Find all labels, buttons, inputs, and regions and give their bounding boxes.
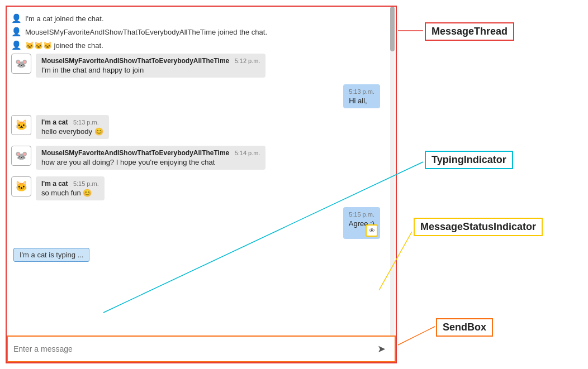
- messages-area[interactable]: 👤 I'm a cat joined the chat. 👤 MouseISMy…: [7, 7, 396, 336]
- chat-message-4: 🐭 MouseISMyFavoriteAndIShowThatToEverybo…: [11, 146, 391, 170]
- meta-1: MouseISMyFavoriteAndIShowThatToEverybody…: [41, 57, 260, 65]
- meta-3: I'm a cat 5:13 p.m.: [41, 118, 103, 126]
- time-4: 5:14 p.m.: [235, 150, 260, 156]
- typing-indicator: I'm a cat is typing ...: [11, 246, 391, 264]
- text-3: hello everybody 😊: [41, 127, 103, 136]
- bubble-6: 5:15 p.m. Agree :) 👁: [343, 207, 380, 239]
- system-text-1: I'm a cat joined the chat.: [25, 15, 104, 23]
- time-2: 5:13 p.m.: [349, 88, 374, 95]
- avatar-cat-2: 🐱: [11, 176, 31, 197]
- svg-line-3: [398, 327, 435, 345]
- send-box[interactable]: ➤: [7, 336, 396, 362]
- person-icon-1: 👤: [11, 13, 22, 23]
- time-3: 5:13 p.m.: [73, 119, 99, 126]
- sender-5: I'm a cat: [41, 180, 68, 188]
- send-icon: ➤: [377, 343, 386, 355]
- bubble-2: 5:13 p.m. Hi all,: [343, 84, 380, 108]
- message-input[interactable]: [13, 344, 369, 353]
- sender-3: I'm a cat: [41, 118, 68, 126]
- time-5: 5:15 p.m.: [73, 180, 99, 187]
- scrollbar-thumb[interactable]: [390, 7, 395, 51]
- time-1: 5:12 p.m.: [235, 57, 260, 64]
- bubble-5: I'm a cat 5:15 p.m. so much fun 😊: [36, 176, 105, 200]
- text-2: Hi all,: [349, 97, 374, 105]
- text-1: I'm in the chat and happy to join: [41, 66, 260, 74]
- typing-indicator-label: TypingIndicator: [425, 151, 513, 169]
- text-5: so much fun 😊: [41, 189, 99, 197]
- chat-message-3: 🐱 I'm a cat 5:13 p.m. hello everybody 😊: [11, 115, 391, 139]
- send-box-label: SendBox: [436, 318, 493, 337]
- chat-message-2: 5:13 p.m. Hi all,: [11, 84, 380, 108]
- message-thread-label: MessageThread: [425, 22, 514, 41]
- system-text-2: MouseISMyFavoriteAndIShowThatToEverybody…: [25, 28, 267, 36]
- eye-icon: 👁: [369, 227, 375, 234]
- meta-5: I'm a cat 5:15 p.m.: [41, 180, 99, 188]
- person-icon-3: 👤: [11, 40, 22, 50]
- avatar-mouse-2: 🐭: [11, 146, 31, 166]
- message-thread: 👤 I'm a cat joined the chat. 👤 MouseISMy…: [6, 6, 397, 363]
- scrollbar-track[interactable]: [390, 7, 395, 336]
- system-message-3: 👤 🐱🐱🐱 joined the chat.: [11, 40, 391, 50]
- send-button[interactable]: ➤: [374, 342, 389, 356]
- message-status-indicator: 👁: [366, 224, 378, 237]
- system-text-3: 🐱🐱🐱 joined the chat.: [25, 41, 103, 50]
- text-4: how are you all doing? I hope you're enj…: [41, 158, 260, 166]
- system-message-2: 👤 MouseISMyFavoriteAndIShowThatToEverybo…: [11, 27, 391, 37]
- avatar-mouse: 🐭: [11, 54, 31, 74]
- typing-text: I'm a cat is typing ...: [13, 248, 89, 262]
- chat-message-5: 🐱 I'm a cat 5:15 p.m. so much fun 😊: [11, 176, 391, 200]
- system-message-1: 👤 I'm a cat joined the chat.: [11, 13, 391, 23]
- bubble-1: MouseISMyFavoriteAndIShowThatToEverybody…: [36, 54, 265, 78]
- chat-message-6: 5:15 p.m. Agree :) 👁: [11, 207, 380, 239]
- meta-6: 5:15 p.m.: [349, 210, 374, 218]
- sender-1: MouseISMyFavoriteAndIShowThatToEverybody…: [41, 57, 229, 65]
- time-6: 5:15 p.m.: [349, 211, 374, 218]
- sender-4: MouseISMyFavoriteAndIShowThatToEverybody…: [41, 149, 229, 157]
- meta-4: MouseISMyFavoriteAndIShowThatToEverybody…: [41, 149, 260, 157]
- bubble-3: I'm a cat 5:13 p.m. hello everybody 😊: [36, 115, 109, 139]
- bubble-4: MouseISMyFavoriteAndIShowThatToEverybody…: [36, 146, 265, 170]
- meta-2: 5:13 p.m.: [349, 88, 374, 95]
- app-wrapper: 👤 I'm a cat joined the chat. 👤 MouseISMy…: [0, 0, 588, 369]
- message-status-label: MessageStatusIndicator: [414, 218, 543, 236]
- chat-message-1: 🐭 MouseISMyFavoriteAndIShowThatToEverybo…: [11, 54, 391, 78]
- person-icon-2: 👤: [11, 27, 22, 37]
- avatar-cat-1: 🐱: [11, 115, 31, 135]
